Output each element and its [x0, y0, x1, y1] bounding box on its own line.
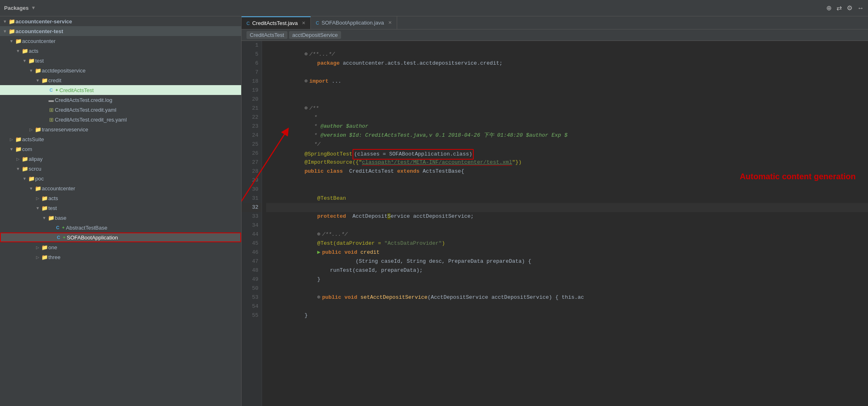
sidebar-item-actssuite[interactable]: ▷ 📁 actsSuite [0, 134, 241, 144]
code-line-33 [266, 212, 868, 221]
dropdown-icon[interactable]: ▼ [32, 5, 35, 11]
arrow-icon: ▼ [8, 147, 15, 151]
ln-21: 21 [242, 104, 262, 113]
folder-icon: 📁 [28, 58, 35, 64]
breadcrumb-acctDepositService[interactable]: acctDepositService [289, 31, 341, 39]
ln-28: 28 [242, 167, 262, 176]
sidebar-item-accountcenter-service[interactable]: ▼ 📁 accountcenter-service [0, 16, 241, 26]
ln-33: 33 [242, 212, 262, 221]
code-line-34: ⊕/**...*/ [266, 221, 868, 230]
folder-icon: 📁 [34, 126, 42, 133]
code-line-31: 💡@Autowired [266, 194, 868, 203]
breadcrumb-CreditActsTest[interactable]: CreditActsTest [246, 31, 287, 39]
ln-30: 30 [242, 185, 262, 194]
sidebar-item-three[interactable]: ▷ 📁 three [0, 252, 241, 262]
ln-47: 47 [242, 257, 262, 266]
code-line-30: @TestBean [266, 185, 868, 194]
arrow-icon: ▷ [34, 196, 41, 201]
code-line-24: */ [266, 131, 868, 140]
sidebar-item-transreserveservice[interactable]: ▷ 📁 transreserveservice [0, 124, 241, 134]
code-line-45: ▶public void credit [266, 239, 868, 248]
sidebar-item-acts[interactable]: ▼ 📁 acts [0, 46, 241, 56]
sidebar-item-test2[interactable]: ▼ 📁 test [0, 203, 241, 213]
ln-49: 49 [242, 275, 262, 284]
sidebar-item-creditlog[interactable]: ▷ ▬ CreditActsTest.credit.log [0, 95, 241, 105]
code-line-50: ⊕public void setAcctDepositService(AcctD… [266, 284, 868, 293]
ln-45: 45 [242, 239, 262, 248]
toolbar-icons: ⊕ ⇄ ⚙ ↔ [826, 5, 864, 11]
folder-icon: 📁 [28, 176, 35, 182]
tab-close-icon[interactable]: ✕ [388, 20, 392, 25]
globe-icon[interactable]: ⊕ [826, 5, 832, 11]
sidebar-item-SOFABootApplication[interactable]: ▷ C ✦ SOFABootApplication [0, 232, 241, 242]
code-editor[interactable]: 1 5 6 7 18 19 20 21 22 23 24 25 26 27 28… [242, 41, 868, 406]
sidebar-item-credityaml[interactable]: ▷ ⊞ CreditActsTest.credit.yaml [0, 105, 241, 115]
toolbar: Packages ▼ ⊕ ⇄ ⚙ ↔ [0, 0, 868, 16]
code-line-53 [266, 293, 868, 302]
folder-icon: 📁 [15, 146, 22, 152]
arrow-icon: ▼ [28, 186, 34, 191]
tab-SOFABootApplication[interactable]: C SOFABootApplication.java ✕ [311, 16, 397, 29]
java-icon: C [55, 235, 62, 240]
ln-29: 29 [242, 176, 262, 185]
tab-label: SOFABootApplication.java [321, 20, 384, 26]
sidebar-item-base[interactable]: ▼ 📁 base [0, 213, 241, 223]
code-line-46: (String caseId, String desc, PrepareData… [266, 248, 868, 257]
arrow-icon: ▼ [21, 176, 28, 181]
code-line-48: } [266, 266, 868, 275]
sidebar-item-alipay[interactable]: ▷ 📁 alipay [0, 154, 241, 164]
ln-20: 20 [242, 95, 262, 104]
code-line-25: @SpringBootTest(classes = SOFABootApplic… [266, 140, 868, 149]
code-line-26: @ImportResource({"classpath*/test/META-I… [266, 149, 868, 158]
arrow-icon: ▷ [15, 157, 21, 161]
sidebar-item-scrcu[interactable]: ▼ 📁 scrcu [0, 164, 241, 174]
code-line-7: ⊕import ... [266, 68, 868, 77]
sidebar-item-accountcenter-test[interactable]: ▼ 📁 accountcenter-test [0, 26, 241, 36]
sidebar-item-credit[interactable]: ▼ 📁 credit [0, 75, 241, 85]
folder-icon: 📁 [41, 195, 48, 201]
ln-50: 50 [242, 284, 262, 293]
folder-icon: 📁 [34, 68, 42, 74]
folder-icon: 📁 [34, 185, 42, 192]
line-numbers: 1 5 6 7 18 19 20 21 22 23 24 25 26 27 28… [242, 41, 262, 406]
ln-7: 7 [242, 68, 262, 77]
code-line-47: runTest(caseId, prepareData); [266, 257, 868, 266]
sidebar-item-creditresyaml[interactable]: ▷ ⊞ CreditActsTest.credit_res.yaml [0, 115, 241, 124]
sidebar-item-com[interactable]: ▼ 📁 com [0, 144, 241, 154]
sidebar-item-AbstractTestBase[interactable]: ▷ C ✦ AbstractTestBase [0, 223, 241, 232]
ln-27: 27 [242, 158, 262, 167]
arrow-icon: ▼ [15, 167, 21, 171]
ln-22: 22 [242, 113, 262, 122]
code-line-19 [266, 86, 868, 95]
settings-icon[interactable]: ⚙ [847, 5, 852, 11]
arrow-icon: ▼ [28, 68, 34, 73]
sidebar-item-poc[interactable]: ▼ 📁 poc [0, 174, 241, 183]
sync-icon[interactable]: ⇄ [836, 5, 842, 11]
sidebar-item-test[interactable]: ▼ 📁 test [0, 56, 241, 65]
code-line-29 [266, 176, 868, 185]
folder-icon: 📁 [21, 156, 29, 162]
code-line-23: * @version $Id: CreditActsTest.java,v 0.… [266, 122, 868, 131]
ln-55: 55 [242, 311, 262, 320]
ln-31: 31 [242, 194, 262, 203]
tab-CreditActsTest[interactable]: C CreditActsTest.java ✕ [242, 16, 311, 29]
code-content: 1 5 6 7 18 19 20 21 22 23 24 25 26 27 28… [242, 41, 868, 406]
yaml-icon: ⊞ [47, 107, 55, 113]
code-line-28 [266, 167, 868, 176]
tab-bar: C CreditActsTest.java ✕ C SOFABootApplic… [242, 16, 868, 29]
sidebar-item-one[interactable]: ▷ 📁 one [0, 242, 241, 252]
sidebar-item-acts2[interactable]: ▷ 📁 acts [0, 193, 241, 203]
tab-close-icon[interactable]: ✕ [302, 20, 305, 26]
layout-icon[interactable]: ↔ [857, 5, 864, 11]
sidebar-item-accountcenter[interactable]: ▼ 📁 accountcenter [0, 36, 241, 46]
sidebar-item-accountcenter2[interactable]: ▼ 📁 accountcenter [0, 183, 241, 193]
sidebar-item-acctdepositservice[interactable]: ▼ 📁 acctdepositservice [0, 65, 241, 75]
folder-icon: 📁 [41, 77, 48, 83]
ln-34: 34 [242, 221, 262, 230]
tab-java-icon: C [316, 20, 319, 25]
arrow-icon: ▼ [2, 29, 8, 34]
arrow-icon: ▷ [34, 245, 41, 250]
sidebar-item-CreditActsTest[interactable]: ▷ C ✦ CreditActsTest [0, 85, 241, 95]
java-icon: C [47, 88, 55, 92]
arrow-icon: ▼ [34, 78, 41, 83]
